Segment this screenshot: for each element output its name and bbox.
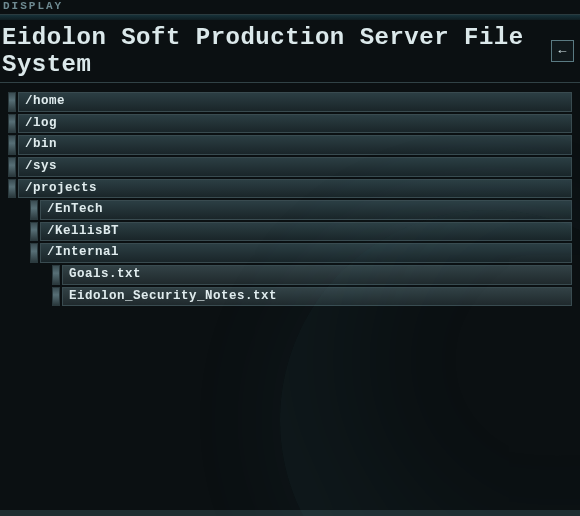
file-tree: /home /log /bin /sys /projects /EnTech /…	[0, 83, 580, 316]
tree-label[interactable]: /KellisBT	[40, 222, 572, 242]
header: Eidolon Soft Production Server File Syst…	[0, 20, 580, 83]
expand-handle-icon[interactable]	[30, 200, 38, 220]
tree-row-home[interactable]: /home	[8, 92, 572, 112]
tree-label[interactable]: /sys	[18, 157, 572, 177]
panel-tab-display: DISPLAY	[0, 0, 580, 15]
expand-handle-icon[interactable]	[30, 222, 38, 242]
tree-row-entech[interactable]: /EnTech	[30, 200, 572, 220]
tree-row-sys[interactable]: /sys	[8, 157, 572, 177]
expand-handle-icon[interactable]	[8, 179, 16, 199]
tree-label[interactable]: Eidolon_Security_Notes.txt	[62, 287, 572, 307]
expand-handle-icon[interactable]	[8, 157, 16, 177]
tree-row-projects[interactable]: /projects	[8, 179, 572, 199]
expand-handle-icon[interactable]	[8, 92, 16, 112]
back-button[interactable]: ←	[551, 40, 574, 62]
expand-handle-icon[interactable]	[8, 135, 16, 155]
tree-row-bin[interactable]: /bin	[8, 135, 572, 155]
tree-label[interactable]: /bin	[18, 135, 572, 155]
tree-row-kellisbt[interactable]: /KellisBT	[30, 222, 572, 242]
file-handle-icon[interactable]	[52, 287, 60, 307]
expand-handle-icon[interactable]	[8, 114, 16, 134]
file-handle-icon[interactable]	[52, 265, 60, 285]
tree-label[interactable]: /Internal	[40, 243, 572, 263]
tree-row-security-notes[interactable]: Eidolon_Security_Notes.txt	[52, 287, 572, 307]
tree-row-internal[interactable]: /Internal	[30, 243, 572, 263]
tree-label[interactable]: /EnTech	[40, 200, 572, 220]
tree-label[interactable]: /home	[18, 92, 572, 112]
tree-row-goals[interactable]: Goals.txt	[52, 265, 572, 285]
tree-label[interactable]: /projects	[18, 179, 572, 199]
expand-handle-icon[interactable]	[30, 243, 38, 263]
page-title: Eidolon Soft Production Server File Syst…	[2, 24, 551, 78]
tree-row-log[interactable]: /log	[8, 114, 572, 134]
tree-label[interactable]: Goals.txt	[62, 265, 572, 285]
tree-label[interactable]: /log	[18, 114, 572, 134]
arrow-left-icon: ←	[559, 44, 567, 59]
